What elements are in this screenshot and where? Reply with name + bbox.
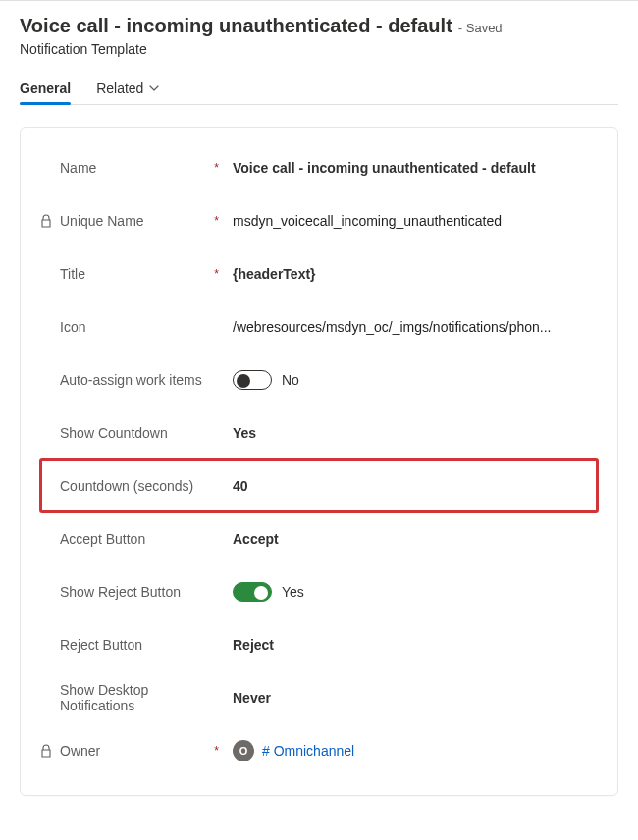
field-value: Reject — [233, 637, 598, 653]
tab-related[interactable]: Related — [96, 77, 159, 104]
field-accept-button[interactable]: Accept Button Accept — [40, 512, 598, 565]
field-value: 40 — [233, 478, 598, 494]
field-label: Unique Name — [60, 213, 206, 229]
field-value: Voice call - incoming unauthenticated - … — [233, 160, 598, 176]
page-header: Voice call - incoming unauthenticated - … — [20, 15, 618, 37]
field-value: Yes — [233, 425, 598, 441]
field-icon[interactable]: Icon /webresources/msdyn_oc/_imgs/notifi… — [40, 300, 598, 353]
field-show-countdown[interactable]: Show Countdown Yes — [40, 406, 598, 459]
form-card: Name * Voice call - incoming unauthentic… — [20, 127, 618, 796]
page-root: Voice call - incoming unauthenticated - … — [0, 0, 638, 814]
field-value: O # Omnichannel — [233, 740, 598, 761]
tab-general[interactable]: General — [20, 77, 71, 104]
field-value: No — [233, 370, 598, 390]
field-label: Owner — [60, 743, 206, 759]
chevron-down-icon — [149, 85, 159, 91]
owner-chip[interactable]: O # Omnichannel — [233, 740, 354, 761]
lock-icon — [40, 214, 54, 228]
field-auto-assign[interactable]: Auto-assign work items No — [40, 353, 598, 406]
field-show-reject[interactable]: Show Reject Button Yes — [40, 565, 598, 618]
field-unique-name[interactable]: Unique Name * msdyn_voicecall_incoming_u… — [40, 194, 598, 247]
field-countdown-seconds[interactable]: Countdown (seconds) 40 — [40, 459, 598, 512]
tab-label: General — [20, 80, 71, 96]
field-label: Accept Button — [60, 531, 219, 547]
field-title[interactable]: Title * {headerText} — [40, 247, 598, 300]
field-owner[interactable]: Owner * O # Omnichannel — [40, 724, 598, 777]
field-value: Yes — [233, 582, 598, 602]
field-label: Countdown (seconds) — [60, 478, 219, 494]
toggle-label: No — [282, 372, 299, 388]
tab-label: Related — [96, 80, 143, 96]
toggle-auto-assign[interactable] — [233, 370, 272, 390]
field-value: Never — [233, 690, 598, 706]
toggle-show-reject[interactable] — [233, 582, 272, 602]
avatar: O — [233, 740, 254, 761]
field-label: Name — [60, 160, 206, 176]
tab-bar: General Related — [20, 77, 618, 105]
field-reject-button[interactable]: Reject Button Reject — [40, 618, 598, 671]
page-subtitle: Notification Template — [20, 41, 618, 57]
lock-icon — [40, 744, 54, 758]
owner-link[interactable]: # Omnichannel — [262, 743, 354, 759]
toggle-label: Yes — [282, 584, 304, 600]
field-label: Show Reject Button — [60, 584, 219, 600]
page-title: Voice call - incoming unauthenticated - … — [20, 15, 452, 37]
saved-indicator: - Saved — [458, 21, 503, 35]
required-indicator: * — [214, 744, 219, 758]
field-show-desktop[interactable]: Show Desktop Notifications Never — [40, 671, 598, 724]
field-value: Accept — [233, 531, 598, 547]
field-label: Reject Button — [60, 637, 219, 653]
required-indicator: * — [214, 214, 219, 228]
field-label: Show Countdown — [60, 425, 219, 441]
required-indicator: * — [214, 267, 219, 281]
field-label: Show Desktop Notifications — [60, 682, 219, 713]
field-name[interactable]: Name * Voice call - incoming unauthentic… — [40, 141, 598, 194]
field-label: Title — [60, 266, 206, 282]
field-label: Icon — [60, 319, 219, 335]
field-value: msdyn_voicecall_incoming_unauthenticated — [233, 213, 598, 229]
field-label: Auto-assign work items — [60, 372, 219, 388]
required-indicator: * — [214, 161, 219, 175]
field-value: {headerText} — [233, 266, 598, 282]
field-value: /webresources/msdyn_oc/_imgs/notificatio… — [233, 319, 598, 335]
